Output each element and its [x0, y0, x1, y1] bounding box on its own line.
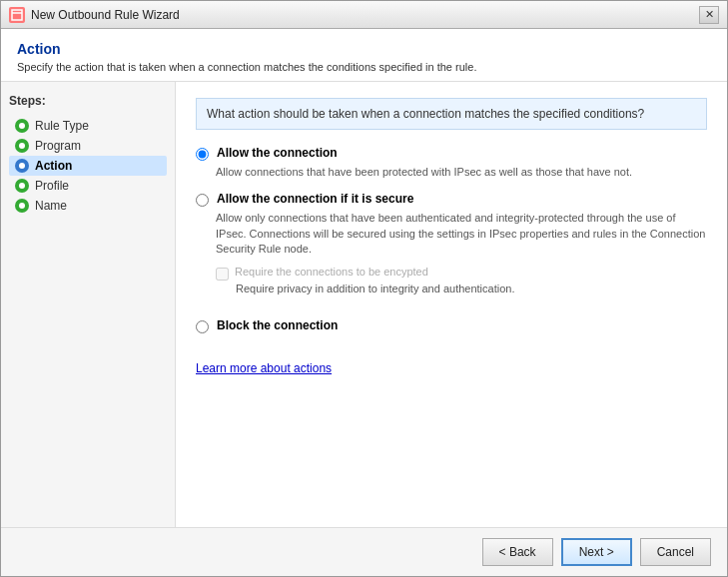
close-button[interactable]: ✕: [699, 6, 719, 24]
sidebar-item-action[interactable]: Action: [9, 156, 167, 176]
checkbox-sub-desc: Require privacy in addition to integrity…: [236, 283, 707, 294]
option-block-group: Block the connection: [196, 318, 707, 333]
radio-block[interactable]: [196, 320, 209, 333]
footer: < Back Next > Cancel: [1, 527, 727, 576]
page-header: Action Specify the action that is taken …: [1, 29, 727, 82]
radio-allow-secure-desc: Allow only connections that have been au…: [216, 211, 707, 257]
step-label-action: Action: [35, 159, 72, 173]
back-button[interactable]: < Back: [482, 538, 553, 566]
steps-label: Steps:: [9, 94, 167, 108]
step-dot-action: [15, 159, 29, 173]
checkbox-row: Require the connections to be encypted: [216, 266, 707, 281]
radio-allow-desc: Allow connections that have been protect…: [216, 165, 707, 180]
wizard-window: New Outbound Rule Wizard ✕ Action Specif…: [0, 0, 728, 577]
step-dot-program: [15, 139, 29, 153]
window-title: New Outbound Rule Wizard: [31, 8, 693, 22]
cancel-button[interactable]: Cancel: [640, 538, 711, 566]
learn-more-link[interactable]: Learn more about actions: [196, 361, 332, 375]
sidebar-item-rule-type[interactable]: Rule Type: [9, 116, 167, 136]
sidebar-item-name[interactable]: Name: [9, 196, 167, 216]
radio-block-label: Block the connection: [217, 318, 338, 332]
step-label-profile: Profile: [35, 179, 69, 193]
next-button[interactable]: Next >: [561, 538, 632, 566]
option-allow-group: Allow the connection Allow connections t…: [196, 146, 707, 180]
radio-allow-label: Allow the connection: [217, 146, 338, 160]
sidebar: Steps: Rule Type Program Action Profile …: [1, 82, 176, 527]
sidebar-item-profile[interactable]: Profile: [9, 176, 167, 196]
step-dot-profile: [15, 179, 29, 193]
option-allow-secure-group: Allow the connection if it is secure All…: [196, 192, 707, 293]
window-icon: [9, 7, 25, 23]
step-label-program: Program: [35, 139, 81, 153]
radio-allow-secure-label: Allow the connection if it is secure: [217, 192, 413, 206]
page-title: Action: [17, 41, 711, 57]
step-dot-rule-type: [15, 119, 29, 133]
require-encryption-label: Require the connections to be encypted: [235, 266, 428, 278]
step-label-rule-type: Rule Type: [35, 119, 89, 133]
sidebar-item-program[interactable]: Program: [9, 136, 167, 156]
radio-allow-secure[interactable]: [196, 194, 209, 207]
title-bar: New Outbound Rule Wizard ✕: [1, 1, 727, 29]
svg-rect-0: [12, 10, 22, 20]
step-label-name: Name: [35, 199, 67, 213]
step-dot-name: [15, 199, 29, 213]
option-block[interactable]: Block the connection: [196, 318, 707, 333]
radio-allow[interactable]: [196, 148, 209, 161]
option-allow-secure[interactable]: Allow the connection if it is secure: [196, 192, 707, 207]
option-allow[interactable]: Allow the connection: [196, 146, 707, 161]
main-panel: What action should be taken when a conne…: [176, 82, 727, 527]
page-subtitle: Specify the action that is taken when a …: [17, 61, 711, 73]
content-area: Steps: Rule Type Program Action Profile …: [1, 82, 727, 527]
question-text: What action should be taken when a conne…: [196, 98, 707, 130]
require-encryption-checkbox[interactable]: [216, 268, 229, 281]
